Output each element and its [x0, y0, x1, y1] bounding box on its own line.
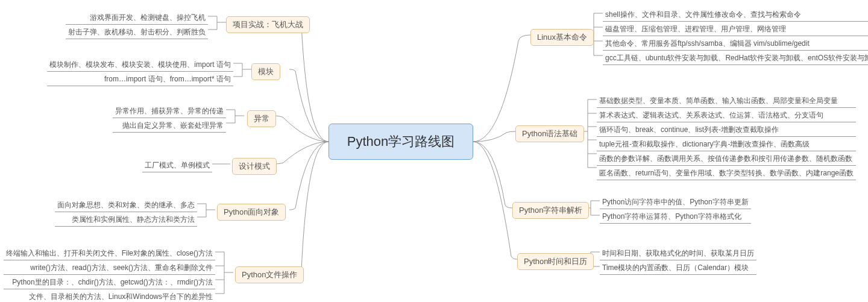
leaf-item[interactable]: Python字符串运算符、Python字符串格式化	[600, 209, 751, 224]
leaves-design: 工厂模式、单例模式	[142, 158, 212, 172]
leaf-item[interactable]: 抛出自定义异常、嵌套处理异常	[113, 118, 226, 133]
leaf-item[interactable]: 文件、目录相关的方法、Linux和Windows平台下的差异性	[4, 289, 215, 302]
branch-string[interactable]: Python字符串解析	[512, 202, 589, 219]
leaves-time: 时间和日期、获取格式化的时间、获取某月日历 Time模块的内置函数、日历（Cal…	[600, 246, 756, 275]
branch-syntax[interactable]: Python语法基础	[515, 125, 584, 142]
leaves-project: 游戏界面开发、检测键盘、操控飞机 射击子弹、敌机移动、射击积分、判断胜负	[66, 10, 208, 39]
leaves-linux: shell操作、文件和目录、文件属性修改命令、查找与检索命令 磁盘管理、压缩包管…	[603, 7, 868, 65]
branch-label: 模块	[258, 67, 274, 76]
leaves-oop: 面向对象思想、类和对象、类的继承、多态 类属性和实例属性、静态方法和类方法	[55, 198, 197, 227]
branch-label: Python字符串解析	[519, 206, 582, 215]
branch-module[interactable]: 模块	[251, 63, 280, 80]
leaf-item[interactable]: from…import 语句、from…import* 语句	[47, 72, 233, 86]
leaf-item[interactable]: 工厂模式、单例模式	[142, 158, 212, 172]
leaf-item[interactable]: 磁盘管理、压缩包管理、进程管理、用户管理、网络管理	[603, 22, 868, 36]
branch-label: 项目实战：飞机大战	[233, 20, 303, 29]
leaf-item[interactable]: tuple元祖-查和截取操作、dictionary字典-增删改查操作、函数高级	[597, 137, 856, 151]
leaf-item[interactable]: 其他命令、常用服务器ftp/ssh/samba、编辑器 vim/sublime/…	[603, 36, 868, 51]
leaf-item[interactable]: gcc工具链、ubuntu软件安装与卸载、RedHat软件安装与卸载、entOS…	[603, 51, 868, 65]
leaf-item[interactable]: 射击子弹、敌机移动、射击积分、判断胜负	[66, 25, 208, 39]
leaf-item[interactable]: 时间和日期、获取格式化的时间、获取某月日历	[600, 246, 756, 260]
leaves-file: 终端输入和输出、打开和关闭文件、File对象的属性、close()方法 writ…	[4, 246, 215, 302]
branch-label: Python时间和日历	[524, 257, 587, 266]
center-label: Python学习路线图	[347, 133, 455, 151]
branch-label: 异常	[254, 114, 269, 123]
center-node[interactable]: Python学习路线图	[329, 124, 473, 160]
leaf-item[interactable]: 面向对象思想、类和对象、类的继承、多态	[55, 198, 197, 212]
leaf-item[interactable]: 匿名函数、return语句、变量作用域、数字类型转换、数学函数、内建range函…	[597, 166, 856, 180]
leaf-item[interactable]: 算术表达式、逻辑表达式、关系表达式、位运算、语法格式、分支语句	[597, 108, 856, 122]
branch-time[interactable]: Python时间和日历	[517, 253, 594, 270]
leaf-item[interactable]: 模块制作、模块发布、模块安装、模块使用、import 语句	[47, 57, 233, 72]
branch-label: Python文件操作	[242, 270, 297, 279]
leaf-item[interactable]: write()方法、read()方法、seek()方法、重命名和删除文件	[4, 260, 215, 275]
leaves-string: Python访问字符串中的值、Python字符串更新 Python字符串运算符、…	[600, 195, 751, 224]
leaf-item[interactable]: Python访问字符串中的值、Python字符串更新	[600, 195, 751, 209]
leaf-item[interactable]: 循环语句、break、continue、list列表-增删改查截取操作	[597, 122, 856, 137]
branch-linux[interactable]: Linux基本命令	[530, 29, 594, 46]
branch-design[interactable]: 设计模式	[232, 158, 277, 175]
leaves-exception: 异常作用、捕获异常、异常的传递 抛出自定义异常、嵌套处理异常	[113, 104, 226, 133]
branch-label: 设计模式	[239, 162, 270, 171]
leaf-item[interactable]: 类属性和实例属性、静态方法和类方法	[55, 212, 197, 227]
leaf-item[interactable]: Time模块的内置函数、日历（Calendar）模块	[600, 260, 756, 275]
leaf-item[interactable]: 游戏界面开发、检测键盘、操控飞机	[66, 10, 208, 25]
leaves-module: 模块制作、模块发布、模块安装、模块使用、import 语句 from…impor…	[47, 57, 233, 86]
leaf-item[interactable]: 函数的参数详解、函数调用关系、按值传递参数和按引用传递参数、随机数函数	[597, 151, 856, 166]
branch-label: Linux基本命令	[537, 33, 587, 42]
branch-label: Python语法基础	[522, 129, 577, 138]
leaf-item[interactable]: 异常作用、捕获异常、异常的传递	[113, 104, 226, 118]
branch-oop[interactable]: Python面向对象	[217, 204, 286, 221]
branch-exception[interactable]: 异常	[247, 110, 276, 127]
leaf-item[interactable]: Python里的目录：、chdir()方法、getcwd()方法：、rmdir(…	[4, 275, 215, 289]
leaf-item[interactable]: 终端输入和输出、打开和关闭文件、File对象的属性、close()方法	[4, 246, 215, 260]
branch-project[interactable]: 项目实战：飞机大战	[226, 16, 310, 33]
leaves-syntax: 基础数据类型、变量本质、简单函数、输入输出函数、局部变量和全局变量 算术表达式、…	[597, 93, 856, 180]
leaf-item[interactable]: shell操作、文件和目录、文件属性修改命令、查找与检索命令	[603, 7, 868, 22]
leaf-item[interactable]: 基础数据类型、变量本质、简单函数、输入输出函数、局部变量和全局变量	[597, 93, 856, 108]
branch-label: Python面向对象	[224, 207, 279, 216]
branch-file[interactable]: Python文件操作	[235, 266, 304, 283]
